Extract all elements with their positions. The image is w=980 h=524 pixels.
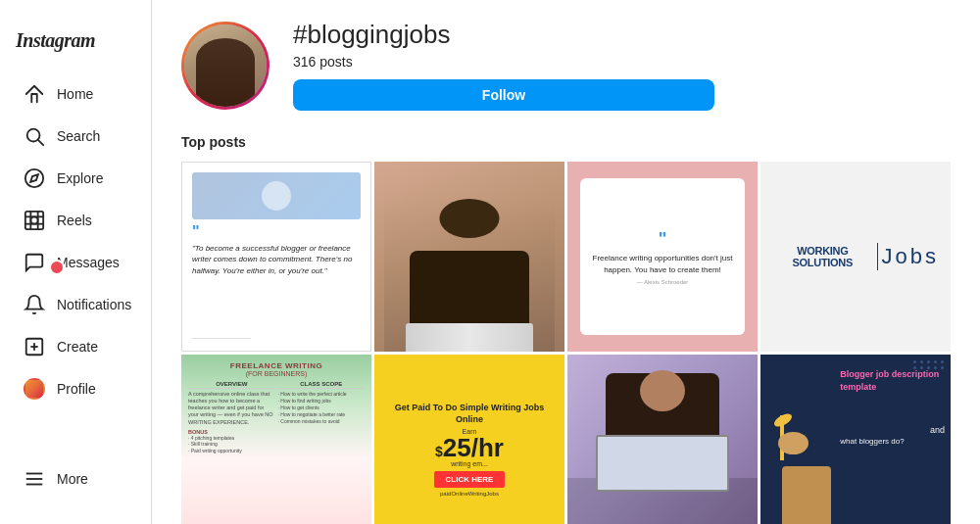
more-icon: [24, 468, 45, 490]
writing-suffix: writing em...: [451, 460, 488, 467]
sidebar-item-create[interactable]: Create: [8, 326, 143, 367]
top-posts-label: Top posts: [181, 134, 951, 150]
sidebar-item-notifications[interactable]: Notifications: [8, 284, 143, 325]
create-icon: [24, 336, 45, 357]
working-solutions-brand: WORKING SOLUTIONS Jobs: [772, 243, 939, 270]
sidebar-item-search[interactable]: Search: [8, 116, 143, 157]
svg-rect-4: [25, 212, 43, 229]
hashtag-avatar-inner: [184, 24, 267, 107]
post1-footer: ——————————: [192, 335, 361, 341]
messages-icon: [24, 252, 45, 273]
scope-label: CLASS SCOPE: [278, 381, 366, 389]
pink-quote-mark: ": [659, 229, 667, 250]
click-here-button[interactable]: CLICK HERE: [434, 471, 506, 488]
sidebar-item-reels[interactable]: Reels: [8, 200, 143, 241]
post-person-laptop[interactable]: [567, 355, 758, 524]
hashtag-post-count: 316 posts: [293, 54, 951, 70]
sidebar-item-explore[interactable]: Explore: [8, 158, 143, 199]
post-quote1[interactable]: " "To become a successful blogger or fre…: [181, 162, 371, 352]
post-working-solutions[interactable]: WORKING SOLUTIONS Jobs: [760, 162, 951, 352]
sidebar-item-profile[interactable]: Profile: [8, 368, 143, 409]
ws-name: WORKING SOLUTIONS: [772, 245, 873, 268]
blogger-subtitle: what bloggers do?: [840, 437, 945, 447]
post-pink-quote[interactable]: " Freelance writing opportunities don't …: [567, 162, 758, 352]
yellow-title: Get Paid To Do Simple Writing Jobs Onlin…: [382, 403, 557, 425]
avatar: [24, 378, 45, 400]
svg-point-2: [25, 169, 43, 187]
hashtag-title: #bloggingjobs: [293, 20, 951, 50]
explore-icon: [24, 167, 45, 189]
bonus-text: · 4 pitching templates· Skill training· …: [188, 435, 275, 454]
sidebar-item-home[interactable]: Home: [8, 73, 143, 115]
sidebar: Instagram Home Search: [0, 0, 152, 524]
blogger-and: and: [930, 425, 945, 435]
hashtag-info: #bloggingjobs 316 posts Follow: [293, 20, 951, 111]
ws-jobs: Jobs: [882, 244, 939, 269]
pink-quote-text: Freelance writing opportunities don't ju…: [590, 253, 734, 276]
sidebar-item-messages[interactable]: Messages: [8, 242, 143, 283]
main-nav: Home Search Explore: [0, 72, 151, 410]
earn-amount: $25/hr: [435, 435, 504, 460]
profile-icon: [24, 378, 45, 400]
overview-label: OVERVIEW: [188, 381, 275, 389]
svg-marker-3: [30, 174, 38, 182]
post1-text: "To become a successful blogger or freel…: [192, 243, 361, 276]
post-freelance-course[interactable]: FREELANCE WRITING (FOR BEGINNERS) OVERVI…: [181, 355, 371, 524]
blogger-person: [768, 415, 845, 524]
messages-notification-badge: [49, 260, 65, 275]
post-woman-laptop[interactable]: [374, 162, 564, 352]
posts-grid-main: " "To become a successful blogger or fre…: [181, 162, 951, 524]
notifications-icon: [24, 294, 45, 315]
home-icon: [24, 83, 45, 105]
post-blogger-desc[interactable]: Blogger job description template and wha…: [760, 355, 951, 524]
quote-mark-1: ": [192, 224, 361, 240]
svg-line-1: [38, 140, 43, 145]
post-yellow-writing[interactable]: Get Paid To Do Simple Writing Jobs Onlin…: [374, 355, 564, 524]
more-button[interactable]: More: [8, 458, 143, 500]
app-logo: Instagram: [0, 16, 151, 72]
pink-quote-author: — Alexis Schroeder: [637, 279, 689, 285]
sidebar-bottom: More: [0, 450, 151, 508]
reels-icon: [24, 210, 45, 231]
blogger-title: Blogger job description template: [840, 368, 945, 393]
course-subtitle: (FOR BEGINNERS): [188, 370, 365, 377]
overview-text: A comprehensive online class that teache…: [188, 391, 275, 426]
main-content: #bloggingjobs 316 posts Follow Top posts…: [152, 0, 980, 524]
yellow-brand: paidOnlineWritingJobs: [440, 491, 499, 497]
hashtag-avatar: [181, 22, 270, 110]
scope-text: · How to write the perfect article· How …: [278, 391, 366, 425]
svg-point-5: [30, 216, 37, 223]
course-title: FREELANCE WRITING: [188, 361, 365, 370]
search-icon: [24, 125, 45, 147]
follow-button[interactable]: Follow: [293, 79, 714, 111]
hashtag-header: #bloggingjobs 316 posts Follow: [181, 20, 951, 111]
